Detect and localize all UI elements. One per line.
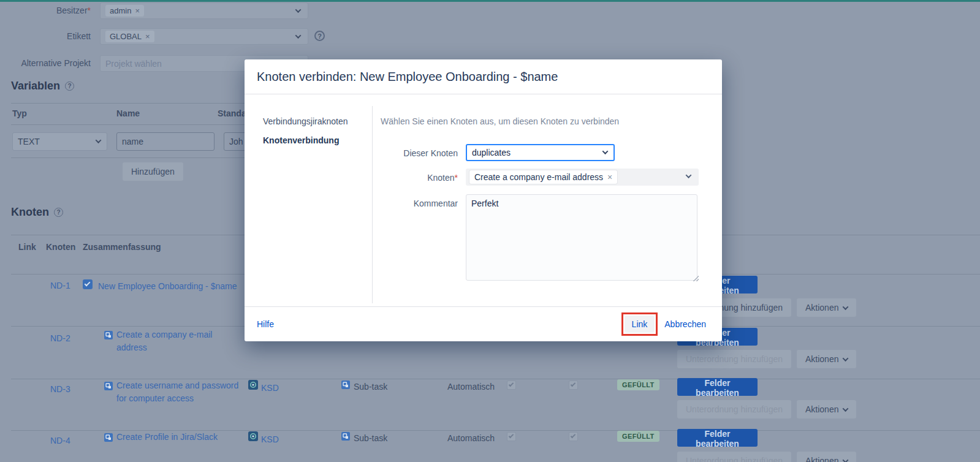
nav-item-verbindungsjiraknoten[interactable]: Verbindungsjiraknoten bbox=[263, 116, 372, 126]
unterordnung-hinzufuegen-button[interactable]: Unterordnung hinzufügen bbox=[677, 350, 791, 368]
row-summary-link[interactable]: Create username and password for compute… bbox=[116, 379, 242, 405]
knoten-verbinden-dialog: Knoten verbinden: New Employee Onboardin… bbox=[245, 59, 722, 341]
project-link[interactable]: KSD bbox=[261, 382, 279, 395]
project-link[interactable]: KSD bbox=[261, 433, 279, 446]
hinzufuegen-button[interactable]: Hinzufügen bbox=[123, 162, 183, 181]
dialog-intro-text: Wählen Sie einen Knoten aus, um diesen K… bbox=[381, 116, 619, 126]
variablen-heading: Variablen ? bbox=[11, 80, 74, 93]
chevron-down-icon bbox=[602, 148, 609, 154]
chevron-down-icon bbox=[843, 304, 849, 310]
kommentar-label: Kommentar bbox=[372, 199, 458, 208]
knoten-multiselect[interactable]: Create a company e-mail address× bbox=[466, 169, 699, 186]
chevron-down-icon bbox=[843, 355, 849, 362]
knoten-help-icon[interactable]: ? bbox=[54, 208, 63, 217]
aktionen-button[interactable]: Aktionen bbox=[797, 350, 856, 368]
nav-item-knotenverbindung[interactable]: Knotenverbindung bbox=[263, 135, 372, 145]
hilfe-link[interactable]: Hilfe bbox=[257, 319, 274, 329]
abbrechen-link[interactable]: Abbrechen bbox=[664, 319, 706, 329]
etikett-tag-chip: GLOBAL× bbox=[105, 31, 154, 42]
unterordnung-hinzufuegen-button[interactable]: Unterordnung hinzufügen bbox=[677, 400, 791, 418]
besitzer-tag-chip: admin× bbox=[105, 5, 144, 17]
annotation-highlight-box: Link bbox=[621, 312, 658, 336]
variablen-col-typ: Typ bbox=[12, 108, 27, 118]
chevron-down-icon bbox=[295, 7, 302, 13]
dieser-knoten-select[interactable]: duplicates bbox=[466, 144, 615, 161]
felder-bearbeiten-button[interactable]: Felder bearbeiten bbox=[677, 378, 758, 396]
felder-bearbeiten-button[interactable]: Felder bearbeiten bbox=[677, 429, 758, 447]
subtask-issue-icon bbox=[104, 433, 113, 442]
issue-type-label: Sub-task bbox=[354, 433, 387, 443]
mode-label: Automatisch bbox=[447, 382, 495, 392]
variablen-col-name: Name bbox=[116, 108, 140, 118]
row-key[interactable]: ND-3 bbox=[50, 384, 70, 394]
aktionen-button[interactable]: Aktionen bbox=[797, 298, 856, 317]
remove-tag-icon[interactable]: × bbox=[607, 172, 612, 182]
project-avatar-icon bbox=[248, 431, 258, 441]
knoten-col-knoten: Knoten bbox=[46, 242, 75, 252]
aktionen-button[interactable]: Aktionen bbox=[797, 400, 856, 418]
row-key[interactable]: ND-2 bbox=[50, 333, 70, 343]
dieser-knoten-label: Dieser Knoten bbox=[372, 148, 458, 158]
status-badge: GEFÜLLT bbox=[617, 379, 659, 390]
unterordnung-hinzufuegen-button[interactable]: Unterordnung hinzufügen bbox=[677, 452, 791, 462]
mode-label: Automatisch bbox=[447, 433, 495, 443]
top-accent-bar bbox=[0, 0, 980, 2]
remove-tag-icon[interactable]: × bbox=[135, 6, 140, 15]
row-flag-checkbox[interactable] bbox=[507, 432, 516, 441]
knoten-label: Knoten* bbox=[372, 173, 458, 183]
row-key[interactable]: ND-4 bbox=[50, 436, 70, 445]
besitzer-label: Besitzer* bbox=[0, 6, 91, 15]
row-summary-link[interactable]: New Employee Onboarding - $name bbox=[98, 280, 257, 293]
dialog-title: Knoten verbinden: New Employee Onboardin… bbox=[257, 70, 558, 84]
dialog-header: Knoten verbinden: New Employee Onboardin… bbox=[245, 59, 722, 94]
alt-projekt-label: Alternative Projekt bbox=[0, 58, 91, 68]
chevron-down-icon bbox=[843, 406, 849, 412]
knoten-col-link: Link bbox=[18, 242, 36, 252]
aktionen-button[interactable]: Aktionen bbox=[797, 452, 856, 462]
knoten-col-summary: Zusammenfassung bbox=[83, 242, 161, 252]
subtask-type-icon bbox=[341, 432, 350, 441]
etikett-multiselect[interactable]: GLOBAL× bbox=[100, 28, 308, 45]
remove-tag-icon[interactable]: × bbox=[145, 32, 150, 41]
row-flag-checkbox[interactable] bbox=[569, 381, 578, 390]
app-screen: Besitzer* admin× Etikett GLOBAL× ? Alter… bbox=[0, 0, 980, 462]
status-badge: GEFÜLLT bbox=[617, 431, 659, 442]
chevron-down-icon bbox=[96, 137, 102, 143]
dialog-footer: Hilfe Link Abbrechen bbox=[245, 306, 722, 341]
chevron-down-icon bbox=[295, 32, 302, 39]
subtask-issue-icon bbox=[104, 331, 113, 339]
etikett-help-icon[interactable]: ? bbox=[314, 31, 325, 41]
besitzer-multiselect[interactable]: admin× bbox=[100, 2, 308, 19]
knoten-tag-chip: Create a company e-mail address× bbox=[469, 170, 617, 184]
etikett-label: Etikett bbox=[0, 31, 91, 41]
row-summary-link[interactable]: Create Profile in Jira/Slack bbox=[116, 431, 257, 444]
row-flag-checkbox[interactable] bbox=[507, 381, 516, 390]
dialog-nav: Verbindungsjiraknoten Knotenverbindung bbox=[245, 94, 372, 306]
subtask-issue-icon bbox=[104, 382, 113, 390]
chevron-down-icon bbox=[843, 457, 849, 462]
chevron-down-icon bbox=[686, 172, 692, 178]
subtask-type-icon bbox=[341, 381, 350, 389]
row-flag-checkbox[interactable] bbox=[569, 432, 578, 441]
variable-typ-select[interactable]: TEXT bbox=[12, 132, 107, 151]
row-summary-link[interactable]: Create a company e-mail address bbox=[116, 328, 219, 354]
issue-type-label: Sub-task bbox=[354, 382, 387, 392]
knoten-heading: Knoten ? bbox=[11, 206, 63, 219]
link-submit-button[interactable]: Link bbox=[625, 316, 655, 333]
kommentar-textarea[interactable]: Perfekt bbox=[466, 194, 697, 281]
dialog-content: Wählen Sie einen Knoten aus, um diesen K… bbox=[372, 94, 722, 306]
project-avatar-icon bbox=[248, 380, 258, 390]
row-key[interactable]: ND-1 bbox=[50, 281, 70, 290]
row-select-checkbox[interactable] bbox=[83, 279, 93, 289]
variablen-help-icon[interactable]: ? bbox=[65, 81, 74, 91]
alt-projekt-placeholder: Projekt wählen bbox=[105, 59, 162, 69]
variable-name-input[interactable] bbox=[116, 132, 215, 151]
